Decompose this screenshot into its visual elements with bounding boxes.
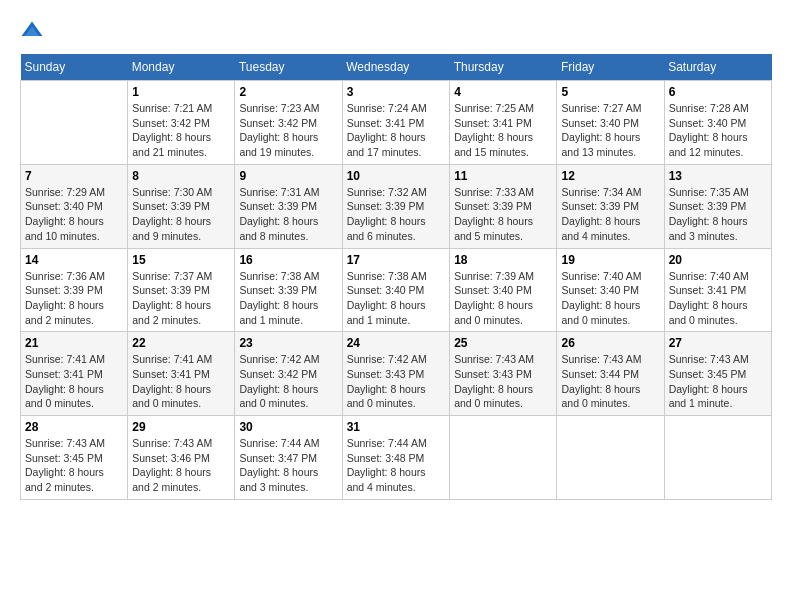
calendar-cell: 17Sunrise: 7:38 AM Sunset: 3:40 PM Dayli…: [342, 248, 449, 332]
day-number: 15: [132, 253, 230, 267]
day-number: 6: [669, 85, 767, 99]
day-number: 21: [25, 336, 123, 350]
day-number: 29: [132, 420, 230, 434]
day-info: Sunrise: 7:44 AM Sunset: 3:48 PM Dayligh…: [347, 436, 445, 495]
header-monday: Monday: [128, 54, 235, 81]
calendar-cell: 28Sunrise: 7:43 AM Sunset: 3:45 PM Dayli…: [21, 416, 128, 500]
day-info: Sunrise: 7:30 AM Sunset: 3:39 PM Dayligh…: [132, 185, 230, 244]
day-info: Sunrise: 7:23 AM Sunset: 3:42 PM Dayligh…: [239, 101, 337, 160]
calendar-cell: 25Sunrise: 7:43 AM Sunset: 3:43 PM Dayli…: [450, 332, 557, 416]
header-wednesday: Wednesday: [342, 54, 449, 81]
day-number: 24: [347, 336, 445, 350]
day-number: 26: [561, 336, 659, 350]
day-number: 5: [561, 85, 659, 99]
day-number: 27: [669, 336, 767, 350]
calendar-cell: 11Sunrise: 7:33 AM Sunset: 3:39 PM Dayli…: [450, 164, 557, 248]
calendar-header-row: SundayMondayTuesdayWednesdayThursdayFrid…: [21, 54, 772, 81]
day-number: 3: [347, 85, 445, 99]
day-info: Sunrise: 7:34 AM Sunset: 3:39 PM Dayligh…: [561, 185, 659, 244]
calendar-cell: 20Sunrise: 7:40 AM Sunset: 3:41 PM Dayli…: [664, 248, 771, 332]
week-row-5: 28Sunrise: 7:43 AM Sunset: 3:45 PM Dayli…: [21, 416, 772, 500]
calendar-cell: 31Sunrise: 7:44 AM Sunset: 3:48 PM Dayli…: [342, 416, 449, 500]
day-number: 14: [25, 253, 123, 267]
day-info: Sunrise: 7:43 AM Sunset: 3:46 PM Dayligh…: [132, 436, 230, 495]
day-number: 23: [239, 336, 337, 350]
day-info: Sunrise: 7:37 AM Sunset: 3:39 PM Dayligh…: [132, 269, 230, 328]
calendar-cell: 2Sunrise: 7:23 AM Sunset: 3:42 PM Daylig…: [235, 81, 342, 165]
day-number: 2: [239, 85, 337, 99]
calendar-cell: 10Sunrise: 7:32 AM Sunset: 3:39 PM Dayli…: [342, 164, 449, 248]
logo: [20, 20, 48, 44]
day-info: Sunrise: 7:33 AM Sunset: 3:39 PM Dayligh…: [454, 185, 552, 244]
header-saturday: Saturday: [664, 54, 771, 81]
day-number: 19: [561, 253, 659, 267]
day-info: Sunrise: 7:38 AM Sunset: 3:39 PM Dayligh…: [239, 269, 337, 328]
day-number: 28: [25, 420, 123, 434]
calendar-cell: 14Sunrise: 7:36 AM Sunset: 3:39 PM Dayli…: [21, 248, 128, 332]
calendar-cell: 19Sunrise: 7:40 AM Sunset: 3:40 PM Dayli…: [557, 248, 664, 332]
day-number: 1: [132, 85, 230, 99]
day-info: Sunrise: 7:44 AM Sunset: 3:47 PM Dayligh…: [239, 436, 337, 495]
day-number: 11: [454, 169, 552, 183]
calendar-cell: 6Sunrise: 7:28 AM Sunset: 3:40 PM Daylig…: [664, 81, 771, 165]
day-info: Sunrise: 7:27 AM Sunset: 3:40 PM Dayligh…: [561, 101, 659, 160]
day-number: 20: [669, 253, 767, 267]
day-number: 4: [454, 85, 552, 99]
week-row-4: 21Sunrise: 7:41 AM Sunset: 3:41 PM Dayli…: [21, 332, 772, 416]
calendar-cell: 3Sunrise: 7:24 AM Sunset: 3:41 PM Daylig…: [342, 81, 449, 165]
day-number: 9: [239, 169, 337, 183]
calendar-cell: 22Sunrise: 7:41 AM Sunset: 3:41 PM Dayli…: [128, 332, 235, 416]
day-info: Sunrise: 7:25 AM Sunset: 3:41 PM Dayligh…: [454, 101, 552, 160]
header-friday: Friday: [557, 54, 664, 81]
calendar-cell: [21, 81, 128, 165]
day-info: Sunrise: 7:32 AM Sunset: 3:39 PM Dayligh…: [347, 185, 445, 244]
day-number: 13: [669, 169, 767, 183]
day-number: 7: [25, 169, 123, 183]
day-info: Sunrise: 7:35 AM Sunset: 3:39 PM Dayligh…: [669, 185, 767, 244]
day-number: 31: [347, 420, 445, 434]
logo-icon: [20, 20, 44, 44]
day-info: Sunrise: 7:29 AM Sunset: 3:40 PM Dayligh…: [25, 185, 123, 244]
day-info: Sunrise: 7:42 AM Sunset: 3:43 PM Dayligh…: [347, 352, 445, 411]
day-info: Sunrise: 7:43 AM Sunset: 3:44 PM Dayligh…: [561, 352, 659, 411]
day-number: 22: [132, 336, 230, 350]
day-number: 12: [561, 169, 659, 183]
day-info: Sunrise: 7:43 AM Sunset: 3:45 PM Dayligh…: [25, 436, 123, 495]
day-info: Sunrise: 7:36 AM Sunset: 3:39 PM Dayligh…: [25, 269, 123, 328]
day-info: Sunrise: 7:43 AM Sunset: 3:45 PM Dayligh…: [669, 352, 767, 411]
calendar-cell: 18Sunrise: 7:39 AM Sunset: 3:40 PM Dayli…: [450, 248, 557, 332]
week-row-3: 14Sunrise: 7:36 AM Sunset: 3:39 PM Dayli…: [21, 248, 772, 332]
header-sunday: Sunday: [21, 54, 128, 81]
calendar-cell: 1Sunrise: 7:21 AM Sunset: 3:42 PM Daylig…: [128, 81, 235, 165]
day-info: Sunrise: 7:31 AM Sunset: 3:39 PM Dayligh…: [239, 185, 337, 244]
day-info: Sunrise: 7:41 AM Sunset: 3:41 PM Dayligh…: [25, 352, 123, 411]
calendar-cell: 23Sunrise: 7:42 AM Sunset: 3:42 PM Dayli…: [235, 332, 342, 416]
calendar: SundayMondayTuesdayWednesdayThursdayFrid…: [20, 54, 772, 500]
day-number: 17: [347, 253, 445, 267]
day-number: 25: [454, 336, 552, 350]
calendar-cell: 8Sunrise: 7:30 AM Sunset: 3:39 PM Daylig…: [128, 164, 235, 248]
day-info: Sunrise: 7:24 AM Sunset: 3:41 PM Dayligh…: [347, 101, 445, 160]
page-header: [20, 20, 772, 44]
day-info: Sunrise: 7:21 AM Sunset: 3:42 PM Dayligh…: [132, 101, 230, 160]
calendar-cell: 12Sunrise: 7:34 AM Sunset: 3:39 PM Dayli…: [557, 164, 664, 248]
calendar-cell: 29Sunrise: 7:43 AM Sunset: 3:46 PM Dayli…: [128, 416, 235, 500]
calendar-cell: 24Sunrise: 7:42 AM Sunset: 3:43 PM Dayli…: [342, 332, 449, 416]
day-number: 16: [239, 253, 337, 267]
calendar-cell: 26Sunrise: 7:43 AM Sunset: 3:44 PM Dayli…: [557, 332, 664, 416]
day-number: 10: [347, 169, 445, 183]
calendar-cell: [664, 416, 771, 500]
day-info: Sunrise: 7:43 AM Sunset: 3:43 PM Dayligh…: [454, 352, 552, 411]
calendar-cell: 9Sunrise: 7:31 AM Sunset: 3:39 PM Daylig…: [235, 164, 342, 248]
calendar-cell: 21Sunrise: 7:41 AM Sunset: 3:41 PM Dayli…: [21, 332, 128, 416]
day-info: Sunrise: 7:40 AM Sunset: 3:41 PM Dayligh…: [669, 269, 767, 328]
calendar-cell: 4Sunrise: 7:25 AM Sunset: 3:41 PM Daylig…: [450, 81, 557, 165]
calendar-cell: 15Sunrise: 7:37 AM Sunset: 3:39 PM Dayli…: [128, 248, 235, 332]
calendar-cell: 5Sunrise: 7:27 AM Sunset: 3:40 PM Daylig…: [557, 81, 664, 165]
calendar-cell: [450, 416, 557, 500]
calendar-cell: [557, 416, 664, 500]
day-info: Sunrise: 7:28 AM Sunset: 3:40 PM Dayligh…: [669, 101, 767, 160]
calendar-cell: 30Sunrise: 7:44 AM Sunset: 3:47 PM Dayli…: [235, 416, 342, 500]
calendar-cell: 7Sunrise: 7:29 AM Sunset: 3:40 PM Daylig…: [21, 164, 128, 248]
day-info: Sunrise: 7:39 AM Sunset: 3:40 PM Dayligh…: [454, 269, 552, 328]
